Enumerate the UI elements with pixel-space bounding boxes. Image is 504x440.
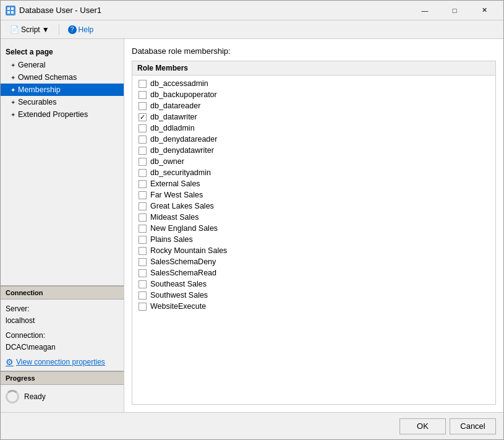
role-item-db_datareader[interactable]: db_datareader	[132, 100, 495, 111]
role-item-sales-schema-deny[interactable]: SalesSchemaDeny	[132, 256, 495, 267]
role-checkbox-db_owner[interactable]	[139, 158, 147, 166]
role-name-db_denydatareader: db_denydatareader	[150, 135, 217, 144]
script-dropdown-icon: ▼	[42, 25, 49, 34]
role-item-db_securityadmin[interactable]: db_securityadmin	[132, 167, 495, 178]
role-name-db_backupoperator: db_backupoperator	[150, 90, 217, 99]
close-button[interactable]: ✕	[470, 4, 498, 17]
title-bar-left: Database User - User1	[6, 6, 101, 15]
role-item-website-execute[interactable]: WebsiteExecute	[132, 301, 495, 312]
role-checkbox-great-lakes-sales[interactable]	[139, 202, 147, 210]
role-checkbox-sales-schema-read[interactable]	[139, 269, 147, 277]
sidebar-item-owned-schemas[interactable]: ✦ Owned Schemas	[1, 71, 124, 84]
role-item-db_owner[interactable]: db_owner	[132, 156, 495, 167]
role-checkbox-sales-schema-deny[interactable]	[139, 258, 147, 266]
svg-rect-1	[11, 7, 14, 10]
role-name-db_owner: db_owner	[150, 157, 184, 166]
select-page-label: Select a page	[1, 44, 124, 59]
progress-spinner-icon	[6, 390, 19, 403]
sidebar-item-extended-properties[interactable]: ✦ Extended Properties	[1, 108, 124, 121]
role-checkbox-db_securityadmin[interactable]	[139, 169, 147, 177]
role-item-db_datawriter[interactable]: ✓db_datawriter	[132, 111, 495, 123]
toolbar-divider	[59, 24, 59, 35]
svg-rect-2	[7, 11, 10, 14]
sidebar-item-label-membership: Membership	[18, 85, 61, 94]
role-name-rocky-mountain-sales: Rocky Mountain Sales	[150, 246, 227, 255]
role-checkbox-website-execute[interactable]	[139, 303, 147, 311]
role-name-far-west-sales: Far West Sales	[150, 191, 203, 199]
role-checkbox-db_denydatareader[interactable]	[139, 136, 147, 144]
progress-ready: Ready	[6, 390, 119, 403]
role-checkbox-db_accessadmin[interactable]	[139, 80, 147, 88]
window-title: Database User - User1	[19, 6, 101, 15]
role-item-plains-sales[interactable]: Plains Sales	[132, 234, 495, 245]
ok-button[interactable]: OK	[399, 418, 446, 434]
maximize-button[interactable]: □	[440, 4, 469, 17]
sidebar-item-securables[interactable]: ✦ Securables	[1, 96, 124, 108]
role-item-db_accessadmin[interactable]: db_accessadmin	[132, 78, 495, 89]
arrow-icon-owned-schemas: ✦	[11, 74, 15, 81]
role-item-db_backupoperator[interactable]: db_backupoperator	[132, 89, 495, 100]
role-checkbox-mideast-sales[interactable]	[139, 214, 147, 222]
progress-status: Ready	[24, 392, 46, 401]
title-bar-controls: — □ ✕	[411, 4, 498, 17]
role-checkbox-db_denydatawriter[interactable]	[139, 147, 147, 155]
role-name-website-execute: WebsiteExecute	[150, 302, 206, 311]
role-checkbox-new-england-sales[interactable]	[139, 225, 147, 233]
arrow-icon-membership: ✦	[11, 87, 15, 93]
role-name-db_securityadmin: db_securityadmin	[150, 168, 211, 177]
role-item-far-west-sales[interactable]: Far West Sales	[132, 189, 495, 201]
script-button[interactable]: 📄 Script ▼	[6, 24, 54, 36]
role-item-new-england-sales[interactable]: New England Sales	[132, 223, 495, 234]
help-icon: ?	[68, 25, 77, 34]
role-checkbox-db_datareader[interactable]	[139, 102, 147, 110]
sidebar-item-general[interactable]: ✦ General	[1, 59, 124, 71]
role-header: Role Members	[132, 61, 495, 75]
role-item-db_denydatareader[interactable]: db_denydatareader	[132, 134, 495, 145]
cancel-button[interactable]: Cancel	[450, 418, 496, 434]
role-name-sales-schema-deny: SalesSchemaDeny	[150, 257, 216, 266]
help-label: Help	[79, 25, 94, 34]
sidebar-item-label-owned-schemas: Owned Schemas	[18, 73, 77, 82]
role-checkbox-db_backupoperator[interactable]	[139, 91, 147, 99]
arrow-icon-extended-properties: ✦	[11, 111, 15, 118]
svg-rect-3	[11, 11, 14, 14]
sidebar-nav: Select a page ✦ General ✦ Owned Schemas …	[1, 44, 124, 285]
role-name-external-sales: External Sales	[150, 179, 200, 188]
connection-link-label: View connection properties	[16, 358, 105, 366]
role-item-db_denydatawriter[interactable]: db_denydatawriter	[132, 145, 495, 156]
role-name-db_ddladmin: db_ddladmin	[150, 124, 195, 132]
sidebar-item-membership[interactable]: ✦ Membership	[1, 84, 124, 96]
role-name-new-england-sales: New England Sales	[150, 224, 218, 233]
connection-value: DCAC\meagan	[6, 342, 119, 353]
role-item-southwest-sales[interactable]: Southwest Sales	[132, 290, 495, 301]
progress-section: Progress Ready	[1, 371, 124, 407]
role-container: Role Members db_accessadmindb_backupoper…	[132, 61, 496, 405]
help-button[interactable]: ? Help	[64, 24, 98, 35]
role-item-great-lakes-sales[interactable]: Great Lakes Sales	[132, 201, 495, 212]
role-checkbox-db_datawriter[interactable]: ✓	[139, 113, 147, 121]
role-item-external-sales[interactable]: External Sales	[132, 178, 495, 189]
toolbar: 📄 Script ▼ ? Help	[1, 20, 503, 39]
role-checkbox-southwest-sales[interactable]	[139, 291, 147, 300]
minimize-button[interactable]: —	[411, 4, 439, 17]
role-checkbox-plains-sales[interactable]	[139, 236, 147, 244]
role-checkbox-external-sales[interactable]	[139, 180, 147, 188]
role-item-southeast-sales[interactable]: Southeast Sales	[132, 278, 495, 290]
view-connection-properties-link[interactable]: ⚙ View connection properties	[6, 357, 119, 367]
role-item-db_ddladmin[interactable]: db_ddladmin	[132, 123, 495, 134]
connection-label: Connection:	[6, 330, 119, 342]
connection-info: Server: localhost Connection: DCAC\meaga…	[6, 303, 119, 353]
window-icon	[6, 6, 15, 15]
role-checkbox-db_ddladmin[interactable]	[139, 124, 147, 132]
role-item-sales-schema-read[interactable]: SalesSchemaRead	[132, 267, 495, 278]
role-checkbox-rocky-mountain-sales[interactable]	[139, 247, 147, 255]
role-item-rocky-mountain-sales[interactable]: Rocky Mountain Sales	[132, 245, 495, 256]
role-item-mideast-sales[interactable]: Mideast Sales	[132, 212, 495, 223]
main-window: Database User - User1 — □ ✕ 📄 Script ▼ ?…	[0, 0, 504, 440]
role-checkbox-southeast-sales[interactable]	[139, 280, 147, 288]
role-name-southwest-sales: Southwest Sales	[150, 291, 208, 300]
server-label: Server:	[6, 303, 119, 315]
role-name-sales-schema-read: SalesSchemaRead	[150, 269, 216, 277]
sidebar-item-label-securables: Securables	[18, 98, 57, 106]
role-checkbox-far-west-sales[interactable]	[139, 191, 147, 199]
